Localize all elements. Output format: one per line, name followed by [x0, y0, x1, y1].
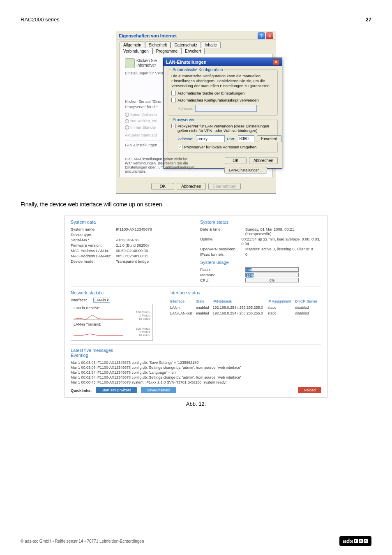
interface-status-heading: Interface status	[169, 290, 321, 295]
k-date: Date & time:	[200, 227, 245, 236]
tab-inhalte[interactable]: Inhalte	[201, 42, 221, 48]
lan-settings-button[interactable]: LAN-Einstellungen...	[224, 167, 267, 173]
proxy-port-label: Port:	[227, 136, 235, 141]
radio-opt-3[interactable]: Immer Standar	[130, 125, 156, 130]
left-text-2: Internetver	[136, 63, 157, 67]
proxy-legend: Proxyserver	[171, 118, 196, 122]
event-row: Mar 1 00:02:54 IF1100-AX12345678 config.…	[71, 375, 321, 380]
vpn-settings-label: Einstellungen für VPN	[125, 71, 164, 75]
tab-datenschutz[interactable]: Datenschutz	[171, 42, 201, 48]
k-serial: Serial-No.:	[71, 238, 116, 242]
k-mode: Device mode:	[71, 259, 116, 264]
v-fw: 2.1.0 (Build 56250)	[116, 243, 149, 247]
proxy-port-input[interactable]	[238, 135, 254, 142]
close-icon[interactable]: ×	[266, 32, 273, 39]
k-cpu: CPU:	[200, 278, 245, 282]
proxy-addr-label: Adresse:	[178, 136, 194, 141]
k-mem: Memory:	[200, 273, 245, 277]
bypass-local-label: Proxyserver für lokale Adressen umgehen	[184, 145, 256, 149]
script-addr-label: Adresse:	[178, 106, 194, 111]
flash-usage-bar: 6%	[245, 267, 299, 272]
col-dhcp: DHCP Server	[295, 298, 321, 304]
cpu-usage-bar: 0%	[245, 278, 299, 282]
quicklink-wizard-button[interactable]: Start setup wizard	[96, 387, 137, 393]
radio-opt-2[interactable]: Nur wählen, we	[130, 118, 157, 123]
system-data-heading: System data	[71, 220, 192, 224]
left-text-5: Aktueller Standard	[125, 133, 164, 137]
footer-copyright: © ads-tec GmbH • Raiffeisenstr.14 • 7077…	[21, 539, 144, 543]
table-row: LAN/LAN-outenabled192.168.0.254 / 255.25…	[170, 311, 321, 316]
auto-detect-label: Automatische Suche der Einstellungen	[178, 91, 244, 95]
auto-script-label: Automatisches Konfigurationsskript verwe…	[178, 98, 259, 102]
k-sysname: System name:	[71, 227, 116, 231]
dialog-ok-button[interactable]: OK	[151, 183, 174, 190]
left-text-3: Klicken Sie auf "Eins	[125, 99, 164, 104]
k-iface: Interface:	[71, 298, 93, 303]
eventlog-heading: Eventlog	[71, 353, 321, 358]
col-ipmask: IP/Netmask	[212, 298, 267, 304]
auto-script-checkbox[interactable]	[171, 98, 176, 102]
use-proxy-checkbox[interactable]: ✓	[171, 124, 176, 128]
tab-sicherheit[interactable]: Sicherheit	[145, 42, 171, 48]
system-status-heading: System status	[200, 220, 321, 224]
doc-header-left: RAC2000 series	[21, 16, 60, 23]
use-proxy-label: Proxyserver für LAN verwenden (diese Ein…	[178, 124, 274, 133]
quicklink-save-button[interactable]: Save/unsaved	[141, 387, 176, 393]
auto-config-desc: Die automatische Konfiguration kann die …	[171, 74, 274, 88]
k-ipsec: IPsec tunnels:	[200, 252, 245, 257]
bypass-local-checkbox[interactable]: ✓	[178, 145, 182, 149]
proxy-address-input[interactable]	[196, 135, 225, 142]
tab-erweitert[interactable]: Erweitert	[181, 48, 205, 54]
caption-text: Finally, the device web interface will c…	[21, 201, 371, 208]
k-devtype: Device type:	[71, 232, 116, 237]
auto-detect-checkbox[interactable]	[171, 91, 176, 95]
tab-programme[interactable]: Programme	[152, 48, 181, 54]
v-serial: AX12345678	[116, 238, 138, 242]
event-row: Mar 1 00:02:54 IF1100-AX12345678 config.…	[71, 370, 321, 375]
system-usage-heading: System usage	[200, 260, 321, 265]
table-row: LAN-inenabled192.168.0.254 / 255.255.255…	[170, 305, 321, 310]
v-uptime: 00:21:54 up 22 min, load average: 0.08, …	[242, 237, 321, 246]
overlay-title: LAN-Einstellungen	[166, 60, 206, 65]
latest-messages-heading: Latest five messages	[71, 348, 321, 353]
left-text-1: Klicken Sie	[136, 58, 157, 63]
v-macin: 00:50:C2:48:00:00	[116, 248, 148, 253]
tab-allgemein[interactable]: Allgemein	[120, 42, 145, 48]
interface-table: Interface State IP/Netmask IP Assignment…	[169, 298, 321, 317]
k-ovpn: OpenVPN sessions:	[200, 247, 245, 251]
quicklink-reload-button[interactable]: Reload	[298, 387, 321, 393]
event-row: Mar 1 00:00:43 IF1100-AX12345678 system:…	[71, 380, 321, 385]
v-ovpn: Masters: active 0, listening 0, Clients:…	[245, 247, 313, 251]
figure-caption: Abb. 12:	[21, 401, 371, 407]
k-uptime: Uptime:	[200, 237, 242, 246]
k-flash: Flash:	[200, 267, 245, 272]
v-sysname: IF1100-AX12345678	[116, 227, 152, 231]
k-macin: MAC-Address LAN-in:	[71, 248, 116, 253]
help-button[interactable]: ?	[258, 32, 265, 39]
quicklinks-label: Quicklinks:	[71, 388, 92, 393]
tab-verbindungen[interactable]: Verbindungen	[120, 48, 152, 54]
internet-properties-dialog: Eigenschaften von Internet ? × Allgemein…	[116, 31, 276, 194]
v-macout: 00:50:C2:48:00:01	[116, 254, 148, 258]
interface-select[interactable]: LAN-in ▾	[93, 298, 110, 303]
memory-usage-bar: 28%	[245, 273, 299, 277]
overlay-close-icon[interactable]: ×	[273, 59, 279, 65]
radio-opt-1[interactable]: Keine Verbindu	[130, 112, 157, 117]
lan-settings-dialog: LAN-Einstellungen × Automatische Konfigu…	[163, 58, 282, 169]
col-interface: Interface	[170, 298, 195, 304]
dialog-cancel-button[interactable]: Abbrechen	[177, 183, 205, 190]
v-mode: Transparent bridge	[116, 259, 149, 264]
proxy-advanced-button[interactable]: Erweitert	[257, 135, 282, 142]
connection-icon	[125, 58, 135, 68]
rx-label: LAN-in Receive:	[74, 306, 150, 310]
page-number: 27	[366, 16, 371, 23]
network-statistic-heading: Network statistic	[71, 290, 161, 295]
col-state: State	[196, 298, 212, 304]
v-ipsec: 0	[245, 252, 247, 257]
script-address-input	[195, 105, 257, 112]
lan-footer-note: Die LAN-Einstellungen gelten nicht für W…	[125, 157, 207, 173]
event-row: Mar 1 00:03:08 IF1100-AX12345678 config.…	[71, 360, 321, 365]
dialog-title: Eigenschaften von Internet	[119, 33, 177, 38]
auto-config-legend: Automatische Konfiguration	[171, 67, 224, 72]
v-date: Sunday, 01 Mar 2009, 00:21 (Europe/Berli…	[245, 227, 321, 236]
